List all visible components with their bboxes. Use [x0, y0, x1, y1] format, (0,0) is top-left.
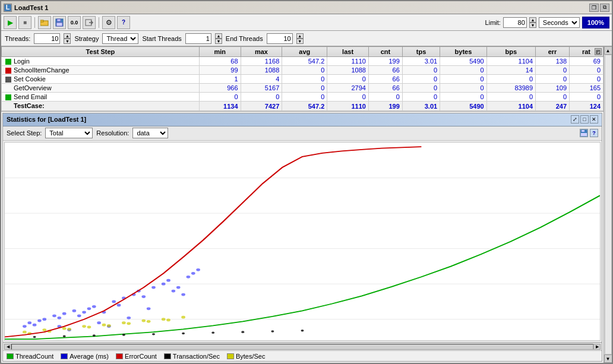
cell-tps: 0 — [402, 93, 440, 102]
col-last[interactable]: last — [327, 47, 369, 57]
col-tps[interactable]: tps — [402, 47, 440, 57]
cell-bps: 83989 — [486, 84, 535, 93]
row-indicator — [5, 59, 11, 65]
strategy-select[interactable]: Thread Rate — [102, 33, 138, 44]
stats-maximize-btn[interactable]: □ — [580, 115, 589, 124]
table-row: Login681168547.211101993.015490110413869 — [2, 57, 603, 66]
col-cnt[interactable]: cnt — [368, 47, 402, 57]
table-corner-btn[interactable]: ◰ — [595, 48, 602, 55]
cell-bytes: 0 — [440, 93, 487, 102]
scroll-track-v[interactable] — [605, 55, 612, 354]
cell-err: 0 — [536, 75, 570, 84]
count-button[interactable]: 0.0 — [68, 16, 81, 29]
cell-name: SchoolItemChange — [2, 66, 200, 75]
cell-last: 0 — [327, 75, 369, 84]
resolution-select[interactable]: data 1s 5s 10s 30s 1m — [132, 128, 168, 138]
start-threads-up[interactable]: ▲ — [215, 33, 222, 39]
cell-bps: 1104 — [486, 57, 535, 66]
scroll-up-btn[interactable]: ▲ — [604, 46, 612, 55]
cell-err: 247 — [536, 102, 570, 110]
cell-max: 0 — [241, 93, 282, 102]
end-threads-spinner: ▲ ▼ — [296, 33, 304, 44]
col-bps[interactable]: bps — [486, 47, 535, 57]
export-button[interactable] — [83, 16, 96, 29]
col-min[interactable]: min — [199, 47, 241, 57]
settings-button[interactable]: ⚙ — [102, 16, 115, 29]
svg-point-61 — [181, 315, 185, 318]
legend-label-bytes: Bytes/Sec — [236, 353, 266, 360]
select-step-label: Select Step: — [7, 129, 42, 137]
col-max[interactable]: max — [241, 47, 282, 57]
svg-point-55 — [62, 327, 67, 330]
play-button[interactable]: ▶ — [4, 16, 17, 29]
scroll-track-x[interactable] — [11, 344, 593, 350]
table-row: Send Email0000000000 — [2, 93, 603, 102]
end-threads-input[interactable] — [267, 33, 293, 44]
scroll-down-btn[interactable]: ▼ — [604, 354, 612, 363]
limit-up[interactable]: ▲ — [529, 17, 536, 23]
col-test-step[interactable]: Test Step — [2, 47, 200, 57]
svg-point-74 — [152, 333, 155, 335]
col-err[interactable]: err — [536, 47, 570, 57]
cell-rat: 0 — [570, 93, 603, 102]
limit-spinner: ▲ ▼ — [529, 17, 536, 28]
chart-scrollbar-x[interactable]: ◀ ▶ — [3, 342, 602, 350]
help-button[interactable]: ? — [117, 16, 130, 29]
stats-help-btn[interactable]: ? — [590, 129, 598, 137]
cell-bytes: 5490 — [440, 57, 487, 66]
col-rat[interactable]: rat ◰ — [570, 47, 603, 57]
stats-title: Statistics for [LoadTest 1] — [7, 116, 86, 123]
legend-error-count: ErrorCount — [116, 353, 157, 360]
svg-point-33 — [117, 303, 121, 306]
col-avg[interactable]: avg — [282, 47, 327, 57]
stats-save-btn[interactable] — [580, 129, 588, 137]
seconds-select[interactable]: Seconds Minutes Hours — [539, 17, 580, 28]
cell-last: 1088 — [327, 66, 369, 75]
limit-section: Limit: ▲ ▼ Seconds Minutes Hours 100% — [485, 17, 609, 29]
scroll-right-btn[interactable]: ▶ — [593, 344, 601, 350]
cell-err: 0 — [536, 66, 570, 75]
threads-label: Threads: — [5, 35, 30, 42]
cell-name: GetOverview — [2, 84, 200, 93]
row-indicator — [5, 77, 11, 83]
col-bytes[interactable]: bytes — [440, 47, 487, 57]
open-button[interactable] — [38, 16, 51, 29]
stats-expand-btn[interactable]: ⤢ — [571, 115, 579, 124]
restore-button[interactable]: ❐ — [589, 4, 599, 12]
svg-point-68 — [147, 319, 151, 322]
restore2-button[interactable]: ⧉ — [600, 4, 609, 12]
row-indicator — [5, 94, 11, 100]
svg-point-58 — [122, 321, 126, 324]
cell-name: Set Cookie — [2, 75, 200, 84]
threads-down[interactable]: ▼ — [64, 39, 71, 44]
legend-bar: ThreadCount Average (ms) ErrorCount Tran… — [3, 350, 602, 361]
start-threads-input[interactable] — [185, 33, 211, 44]
scroll-left-btn[interactable]: ◀ — [4, 344, 11, 350]
end-threads-up[interactable]: ▲ — [296, 33, 304, 39]
svg-point-21 — [37, 319, 42, 322]
stop-button[interactable]: ■ — [18, 16, 31, 29]
end-threads-down[interactable]: ▼ — [296, 39, 304, 44]
main-scrollbar-v[interactable]: ▲ ▼ — [603, 46, 612, 363]
limit-label: Limit: — [485, 19, 501, 26]
select-step-select[interactable]: Total Login SchoolItemChange Set Cookie … — [45, 128, 93, 138]
save-button[interactable] — [53, 16, 66, 29]
cell-tps: 0 — [402, 75, 440, 84]
threads-input[interactable] — [34, 33, 60, 44]
start-threads-down[interactable]: ▼ — [215, 39, 222, 44]
svg-point-77 — [241, 331, 244, 333]
table-row: SchoolItemChange9910880108866001400 — [2, 66, 603, 75]
cell-min: 966 — [199, 84, 241, 93]
svg-point-56 — [82, 325, 86, 328]
svg-point-78 — [271, 330, 274, 333]
legend-color-error — [116, 353, 123, 359]
limit-down[interactable]: ▼ — [529, 23, 536, 28]
cell-tps: 3.01 — [402, 57, 440, 66]
svg-point-79 — [301, 330, 304, 332]
outer-layout: Test Step min max avg last cnt tps bytes… — [1, 46, 612, 363]
limit-input[interactable] — [503, 17, 527, 28]
threads-up[interactable]: ▲ — [64, 33, 71, 39]
main-window: L LoadTest 1 ❐ ⧉ ▶ ■ 0.0 — [0, 0, 613, 364]
svg-point-38 — [151, 286, 156, 289]
stats-close-btn[interactable]: ✕ — [590, 115, 598, 124]
